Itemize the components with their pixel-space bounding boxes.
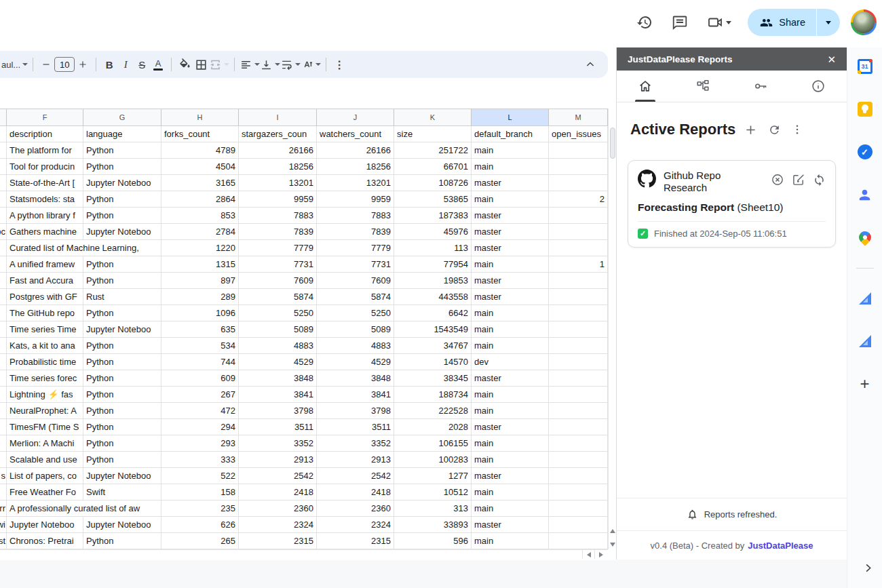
share-button[interactable]: Share <box>748 9 840 36</box>
cell-open-issues[interactable] <box>549 501 608 516</box>
cell-open-issues[interactable] <box>549 533 608 549</box>
cell-watchers-count[interactable]: 7839 <box>317 224 394 239</box>
vertical-scrollbar[interactable] <box>608 109 616 549</box>
cell-language[interactable]: Python <box>83 370 161 386</box>
cell-watchers-count[interactable]: 2418 <box>317 484 394 500</box>
cell-size[interactable]: 100283 <box>394 452 472 467</box>
cell-watchers-count[interactable]: 2913 <box>317 452 394 467</box>
edge-cell[interactable] <box>0 370 7 386</box>
cell-watchers-count[interactable]: 2324 <box>317 517 394 532</box>
cell-open-issues[interactable] <box>549 175 608 191</box>
cell-open-issues[interactable] <box>549 419 608 435</box>
cell-language[interactable]: Python <box>83 142 161 158</box>
cell-forks-count[interactable]: 522 <box>161 468 239 484</box>
font-name-selector[interactable]: aul... <box>1 55 28 74</box>
cell-watchers-count[interactable]: 3352 <box>317 435 394 451</box>
cell-description[interactable]: TimesFM (Time S <box>7 419 83 435</box>
edge-cell[interactable] <box>0 452 7 467</box>
cell-description[interactable]: Fast and Accura <box>7 273 83 288</box>
cell-language[interactable]: Python <box>83 533 161 549</box>
cell-open-issues[interactable] <box>549 435 608 451</box>
cell-language[interactable]: Python <box>83 403 161 418</box>
cell-description[interactable]: The platform for <box>7 142 83 158</box>
cell-forks-count[interactable]: 267 <box>161 387 239 402</box>
cell-stargazers-count[interactable]: 5089 <box>239 321 317 337</box>
cell-language[interactable]: Python <box>83 435 161 451</box>
cell-open-issues[interactable] <box>549 224 608 239</box>
calendar-button[interactable]: 31 <box>858 58 873 75</box>
scroll-right-button[interactable] <box>594 550 607 559</box>
cell-size[interactable]: 187383 <box>394 208 472 223</box>
cell-forks-count[interactable]: 294 <box>161 419 239 435</box>
cell-stargazers-count[interactable]: 13201 <box>239 175 317 191</box>
cell-forks-count[interactable]: 4789 <box>161 142 239 158</box>
cell-description[interactable]: Gathers machine <box>7 224 83 239</box>
edge-cell[interactable] <box>0 159 7 174</box>
cell-stargazers-count[interactable]: 3352 <box>239 435 317 451</box>
cell-open-issues[interactable] <box>549 403 608 418</box>
cell-stargazers-count[interactable]: 7779 <box>239 240 317 256</box>
edge-cell[interactable]: oc <box>0 224 7 239</box>
cell-default-branch[interactable]: dev <box>472 354 549 370</box>
cell-open-issues[interactable] <box>549 452 608 467</box>
column-header-H[interactable]: H <box>161 109 239 125</box>
fill-color-button[interactable] <box>176 55 193 74</box>
cell-forks-count[interactable]: 265 <box>161 533 239 549</box>
cell-watchers-count[interactable]: 4883 <box>317 338 394 353</box>
cell-size[interactable]: 2028 <box>394 419 472 435</box>
cell-language[interactable]: Jupyter Noteboo <box>83 321 161 337</box>
cell-forks-count[interactable]: 235 <box>161 501 239 516</box>
cell-default-branch[interactable]: master <box>472 370 549 386</box>
cell-open-issues[interactable] <box>549 305 608 321</box>
cell-default-branch[interactable]: main <box>472 321 549 337</box>
cell-watchers-count[interactable]: 26166 <box>317 142 394 158</box>
vertical-align-button[interactable] <box>260 55 280 74</box>
tab-home[interactable] <box>617 71 674 102</box>
cell-language[interactable]: Jupyter Noteboo <box>83 468 161 484</box>
cell-default-branch[interactable]: main <box>472 501 549 516</box>
cell-forks-count[interactable]: 158 <box>161 484 239 500</box>
edge-cell[interactable] <box>0 175 7 191</box>
edge-cell[interactable] <box>0 419 7 435</box>
meet-caret-icon[interactable] <box>726 21 731 24</box>
account-avatar[interactable] <box>851 9 877 35</box>
more-toolbar-options-button[interactable]: ⋮ <box>331 55 347 74</box>
cell-watchers-count[interactable]: 2360 <box>317 501 394 516</box>
cell-forks-count[interactable]: 853 <box>161 208 239 223</box>
cell-description[interactable]: Curated list of Machine Learning, <box>7 240 161 256</box>
addon-shortcut-2[interactable] <box>858 333 873 349</box>
cell-language[interactable]: Python <box>83 452 161 467</box>
cell-size[interactable]: 222528 <box>394 403 472 418</box>
cell-default-branch[interactable]: main <box>472 435 549 451</box>
cell-stargazers-count[interactable]: 3841 <box>239 387 317 402</box>
cell-stargazers-count[interactable]: 4883 <box>239 338 317 353</box>
cell-default-branch[interactable]: master <box>472 419 549 435</box>
cell-default-branch[interactable]: master <box>472 224 549 239</box>
cell-watchers-count[interactable]: 7731 <box>317 256 394 272</box>
cell-forks-count[interactable]: 2864 <box>161 191 239 207</box>
maps-button[interactable] <box>859 229 871 246</box>
edge-cell[interactable] <box>0 484 7 500</box>
cell-watchers-count[interactable]: 5089 <box>317 321 394 337</box>
cell-stargazers-count[interactable]: 2913 <box>239 452 317 467</box>
cell-description[interactable]: Probabilistic time <box>7 354 83 370</box>
cell-forks-count[interactable]: 289 <box>161 289 239 305</box>
column-header-F[interactable]: F <box>7 109 83 125</box>
cell-watchers-count[interactable]: 4529 <box>317 354 394 370</box>
column-header-J[interactable]: J <box>317 109 394 125</box>
cell-stargazers-count[interactable]: 9959 <box>239 191 317 207</box>
cell-language[interactable]: Swift <box>83 484 161 500</box>
field-header-cell[interactable]: size <box>394 126 472 142</box>
scroll-up-icon[interactable] <box>610 529 615 533</box>
cell-size[interactable]: 34767 <box>394 338 472 353</box>
tab-api-key[interactable] <box>732 71 790 102</box>
column-header-I[interactable]: I <box>239 109 317 125</box>
cell-size[interactable]: 14570 <box>394 354 472 370</box>
field-header-cell[interactable]: default_branch <box>472 126 549 142</box>
cell-language[interactable]: Python <box>83 305 161 321</box>
keep-button[interactable] <box>858 101 873 117</box>
column-header-edge[interactable] <box>0 109 7 125</box>
cell-watchers-count[interactable]: 3511 <box>317 419 394 435</box>
cell-open-issues[interactable] <box>549 321 608 337</box>
cell-stargazers-count[interactable]: 2324 <box>239 517 317 532</box>
